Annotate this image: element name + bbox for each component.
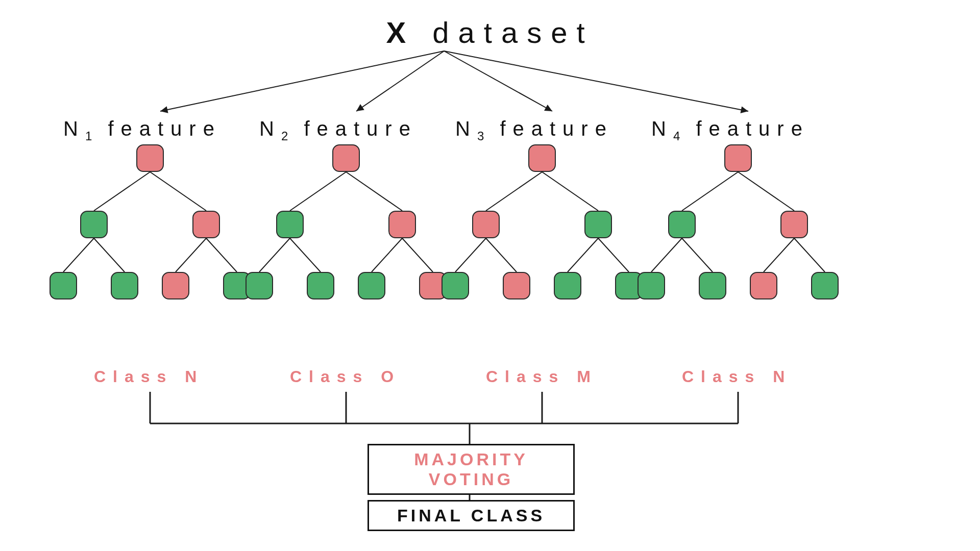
svg-line-17 bbox=[290, 238, 321, 272]
svg-line-8 bbox=[94, 172, 150, 211]
tree-node-root bbox=[724, 144, 752, 172]
feature-subscript: 4 bbox=[673, 129, 683, 143]
tree-node-leaf bbox=[162, 272, 189, 299]
feature-label: N2 feature bbox=[259, 117, 418, 143]
svg-marker-5 bbox=[544, 105, 552, 111]
tree-node-leaf bbox=[750, 272, 777, 299]
tree-node-mid bbox=[80, 211, 108, 238]
tree-node-leaf bbox=[307, 272, 334, 299]
svg-line-28 bbox=[651, 238, 682, 272]
title-bold: X bbox=[386, 16, 415, 49]
svg-line-4 bbox=[444, 51, 552, 111]
tree-node-mid bbox=[472, 211, 500, 238]
tree-node-leaf bbox=[358, 272, 385, 299]
svg-marker-1 bbox=[160, 106, 168, 113]
feature-label: N1 feature bbox=[63, 117, 222, 143]
tree-node-root bbox=[332, 144, 360, 172]
svg-line-18 bbox=[372, 238, 402, 272]
tree-node-leaf bbox=[111, 272, 138, 299]
class-label: Class N bbox=[94, 367, 204, 386]
svg-marker-7 bbox=[741, 106, 748, 113]
title-rest: dataset bbox=[432, 16, 594, 49]
svg-line-27 bbox=[738, 172, 794, 211]
tree-node-mid bbox=[276, 211, 304, 238]
tree-node-leaf bbox=[811, 272, 839, 299]
svg-marker-3 bbox=[356, 104, 364, 111]
tree-node-mid bbox=[668, 211, 696, 238]
tree-node-leaf bbox=[246, 272, 273, 299]
svg-line-29 bbox=[682, 238, 713, 272]
tree-node-leaf bbox=[50, 272, 77, 299]
final-class-box: FINAL CLASS bbox=[368, 500, 575, 531]
class-label: Class M bbox=[486, 367, 598, 386]
majority-voting-box: MAJORITY VOTING bbox=[368, 444, 575, 495]
feature-word: feature bbox=[304, 117, 418, 140]
tree-node-leaf bbox=[442, 272, 469, 299]
tree-node-leaf bbox=[699, 272, 726, 299]
feature-prefix: N bbox=[63, 117, 85, 140]
svg-line-19 bbox=[402, 238, 433, 272]
svg-line-14 bbox=[290, 172, 346, 211]
svg-line-15 bbox=[346, 172, 402, 211]
svg-line-16 bbox=[259, 238, 290, 272]
feature-prefix: N bbox=[651, 117, 673, 140]
feature-subscript: 1 bbox=[85, 129, 95, 143]
svg-line-13 bbox=[206, 238, 237, 272]
svg-line-24 bbox=[568, 238, 598, 272]
feature-prefix: N bbox=[259, 117, 281, 140]
final-class-label: FINAL CLASS bbox=[397, 506, 545, 525]
tree-node-mid bbox=[388, 211, 416, 238]
svg-line-21 bbox=[542, 172, 598, 211]
tree-node-mid bbox=[584, 211, 612, 238]
svg-line-26 bbox=[682, 172, 738, 211]
feature-label: N3 feature bbox=[455, 117, 614, 143]
feature-label: N4 feature bbox=[651, 117, 810, 143]
svg-line-12 bbox=[176, 238, 206, 272]
diagram-title: X dataset bbox=[0, 15, 980, 49]
majority-voting-label: MAJORITY VOTING bbox=[414, 449, 528, 489]
svg-line-31 bbox=[794, 238, 825, 272]
tree-node-root bbox=[136, 144, 164, 172]
feature-subscript: 2 bbox=[281, 129, 291, 143]
class-label: Class O bbox=[290, 367, 401, 386]
tree-node-mid bbox=[192, 211, 220, 238]
class-label: Class N bbox=[682, 367, 792, 386]
svg-line-2 bbox=[356, 51, 444, 111]
svg-line-6 bbox=[444, 51, 748, 111]
svg-line-10 bbox=[63, 238, 94, 272]
svg-line-0 bbox=[160, 51, 444, 111]
tree-node-leaf bbox=[638, 272, 665, 299]
tree-node-leaf bbox=[554, 272, 581, 299]
svg-line-20 bbox=[486, 172, 542, 211]
feature-subscript: 3 bbox=[477, 129, 487, 143]
svg-line-22 bbox=[455, 238, 486, 272]
svg-line-9 bbox=[150, 172, 206, 211]
svg-line-30 bbox=[764, 238, 794, 272]
tree-node-leaf bbox=[503, 272, 530, 299]
feature-word: feature bbox=[500, 117, 614, 140]
svg-line-25 bbox=[598, 238, 629, 272]
svg-line-11 bbox=[94, 238, 125, 272]
feature-word: feature bbox=[696, 117, 810, 140]
tree-node-root bbox=[528, 144, 556, 172]
tree-node-mid bbox=[780, 211, 808, 238]
feature-word: feature bbox=[108, 117, 222, 140]
feature-prefix: N bbox=[455, 117, 477, 140]
svg-line-23 bbox=[486, 238, 517, 272]
